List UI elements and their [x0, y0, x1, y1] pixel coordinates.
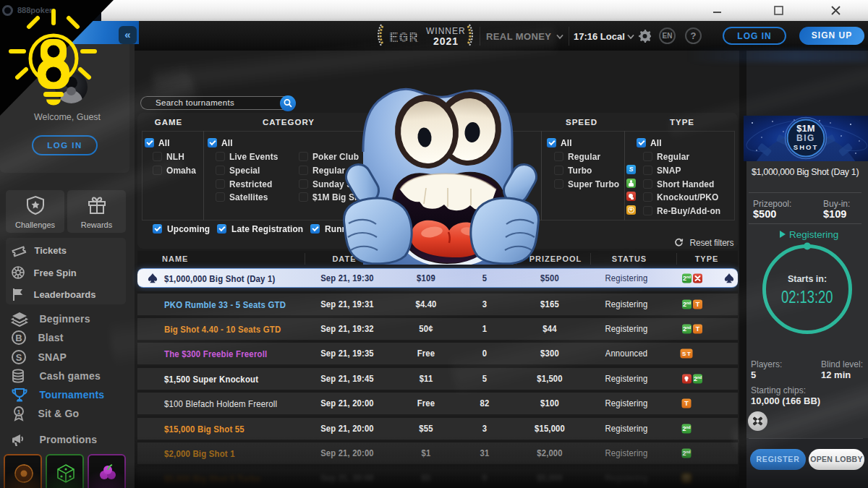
svg-text:BIG: BIG [796, 133, 815, 143]
svg-text:S: S [16, 352, 22, 363]
svg-text:2021: 2021 [433, 35, 459, 47]
svg-text:EGR: EGR [389, 30, 419, 46]
svg-text:SHOT: SHOT [793, 143, 818, 151]
svg-text:B: B [15, 333, 22, 343]
svg-text:1: 1 [17, 408, 20, 416]
svg-text:WINNER: WINNER [426, 26, 466, 36]
svg-text:$1M: $1M [796, 123, 814, 134]
